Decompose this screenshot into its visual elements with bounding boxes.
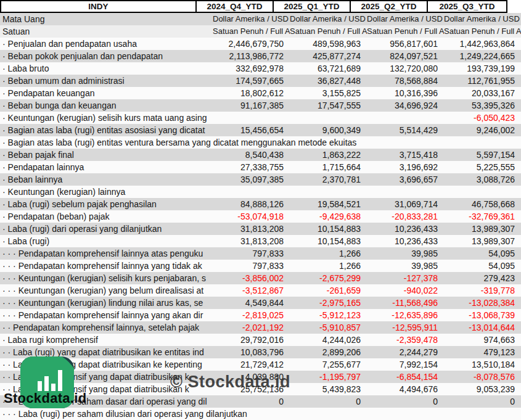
value-cell[interactable]: 5,597,154	[444, 149, 521, 161]
value-cell[interactable]: 193,739,199	[444, 62, 521, 75]
value-cell[interactable]: 4,244,026	[290, 334, 367, 346]
value-cell[interactable]: 13,510,184	[444, 358, 521, 371]
value-cell[interactable]: -13,028,384	[444, 297, 521, 309]
value-cell[interactable]: 0	[290, 395, 367, 408]
value-cell[interactable]: 10,154,883	[290, 235, 367, 247]
value-cell[interactable]: 63,721,689	[290, 62, 367, 75]
value-cell[interactable]: 1,715,664	[290, 161, 367, 173]
value-cell[interactable]: -2,975,165	[290, 297, 367, 309]
value-cell[interactable]: 39,985	[367, 260, 444, 272]
value-cell[interactable]: -940,022	[367, 284, 444, 297]
value-cell[interactable]	[478, 408, 521, 420]
value-cell[interactable]: 18,802,612	[213, 87, 290, 99]
value-cell[interactable]: -3,856,002	[213, 272, 290, 284]
value-cell[interactable]: -9,429,638	[290, 210, 367, 223]
row-label[interactable]: · Bagian atas laba (rugi) entitas asosia…	[0, 124, 213, 136]
value-cell[interactable]: 1,249,224,665	[444, 50, 521, 62]
row-label[interactable]: · Laba bruto	[0, 62, 213, 75]
value-cell[interactable]: -11,568,496	[367, 297, 444, 309]
meta-cell[interactable]: Satuan Penuh / Full A	[290, 25, 367, 38]
value-cell[interactable]: 91,167,385	[213, 99, 290, 112]
row-label[interactable]: · · · Laba (rugi) per saham dilusian dar…	[0, 408, 247, 420]
row-label[interactable]: · Laba (rugi) sebelum pajak penghasilan	[0, 198, 213, 210]
value-cell[interactable]: 35,097,385	[213, 173, 290, 186]
value-cell[interactable]: 31,069,714	[367, 198, 444, 210]
value-cell[interactable]: 10,083,796	[213, 346, 290, 358]
value-cell[interactable]: 797,833	[213, 260, 290, 272]
value-cell[interactable]: 479,123	[444, 346, 521, 358]
row-label[interactable]: · · · Keuntungan (kerugian) yang belum d…	[0, 284, 213, 297]
row-label[interactable]: · Keuntungan (kerugian) lainnya	[0, 186, 213, 198]
value-cell[interactable]: 2,244,279	[367, 346, 444, 358]
value-cell[interactable]: 31,813,208	[213, 235, 290, 247]
value-cell[interactable]: 3,155,825	[290, 87, 367, 99]
row-label[interactable]: · Beban pajak final	[0, 149, 213, 161]
value-cell[interactable]: 7,255,677	[290, 358, 367, 371]
value-cell[interactable]: 332,692,978	[213, 62, 290, 75]
value-cell[interactable]	[367, 186, 444, 198]
row-label[interactable]: · Laba rugi komprehensif	[0, 334, 213, 346]
value-cell[interactable]: 1,266	[290, 247, 367, 260]
value-cell[interactable]: 17,547,555	[290, 99, 367, 112]
value-cell[interactable]: 34,696,924	[367, 99, 444, 112]
value-cell[interactable]	[247, 408, 324, 420]
value-cell[interactable]: 13,989,307	[444, 235, 521, 247]
value-cell[interactable]	[324, 408, 401, 420]
value-cell[interactable]: 5,514,429	[367, 124, 444, 136]
row-label[interactable]: · Pendapatan (beban) pajak	[0, 210, 213, 223]
value-cell[interactable]: 78,568,884	[367, 75, 444, 87]
meta-cell[interactable]: Satuan Penuh / Full A	[367, 25, 444, 38]
value-cell[interactable]: 5,439,823	[290, 383, 367, 395]
value-cell[interactable]: -2,819,025	[213, 309, 290, 321]
meta-cell[interactable]: Dollar Amerika / USD	[213, 13, 290, 25]
value-cell[interactable]	[290, 186, 367, 198]
value-cell[interactable]: 46,758,668	[444, 198, 521, 210]
value-cell[interactable]: -20,833,281	[367, 210, 444, 223]
value-cell[interactable]: -12,635,896	[367, 309, 444, 321]
value-cell[interactable]: 489,598,963	[290, 38, 367, 50]
value-cell[interactable]: 0	[367, 395, 444, 408]
row-label[interactable]: · Beban lainnya	[0, 173, 213, 186]
row-label[interactable]: Mata Uang	[0, 13, 213, 25]
value-cell[interactable]: 974,663	[444, 334, 521, 346]
value-cell[interactable]: 10,236,433	[367, 235, 444, 247]
value-cell[interactable]: 53,395,326	[444, 99, 521, 112]
value-cell[interactable]	[213, 186, 290, 198]
value-cell[interactable]: -12,595,911	[367, 321, 444, 334]
value-cell[interactable]: 3,696,657	[367, 173, 444, 186]
value-cell[interactable]: -13,068,739	[444, 309, 521, 321]
value-cell[interactable]: 0	[213, 395, 290, 408]
meta-cell[interactable]: Satuan Penuh / Full A	[444, 25, 521, 38]
value-cell[interactable]: 1,266	[290, 260, 367, 272]
value-cell[interactable]	[401, 408, 478, 420]
value-cell[interactable]: 0	[444, 395, 521, 408]
ticker-header-cell[interactable]: INDY	[1, 1, 197, 12]
row-label[interactable]: · · · Keuntungan (kerugian) lindung nila…	[0, 297, 213, 309]
value-cell[interactable]: 4,549,844	[213, 297, 290, 309]
value-cell[interactable]	[367, 112, 444, 124]
value-cell[interactable]	[511, 136, 521, 149]
value-cell[interactable]	[290, 112, 367, 124]
value-cell[interactable]: 31,813,208	[213, 223, 290, 235]
row-label[interactable]: · · · Pendapatan komprehensif lainnya at…	[0, 247, 213, 260]
value-cell[interactable]: 21,729,412	[213, 358, 290, 371]
value-cell[interactable]: 1,442,963,864	[444, 38, 521, 50]
value-cell[interactable]: 20,033,167	[444, 87, 521, 99]
row-label[interactable]: · Beban umum dan administrasi	[0, 75, 213, 87]
value-cell[interactable]: -319,778	[444, 284, 521, 297]
value-cell[interactable]: 19,584,521	[290, 198, 367, 210]
row-label[interactable]: · · · Pendapatan komprehensif lainnya ya…	[0, 260, 213, 272]
value-cell[interactable]: 797,833	[213, 247, 290, 260]
value-cell[interactable]: -8,078,576	[444, 371, 521, 383]
value-cell[interactable]: 3,196,692	[367, 161, 444, 173]
value-cell[interactable]	[213, 112, 290, 124]
meta-cell[interactable]: Satuan Penuh / Full A	[213, 25, 290, 38]
row-label[interactable]: · · · Pendapatan komprehensif lainnya ya…	[0, 309, 213, 321]
value-cell[interactable]: 7,992,154	[367, 358, 444, 371]
value-cell[interactable]: 15,456,654	[213, 124, 290, 136]
value-cell[interactable]: -3,512,867	[213, 284, 290, 297]
value-cell[interactable]: 4,494,676	[367, 383, 444, 395]
row-label[interactable]: · Penjualan dan pendapatan usaha	[0, 38, 213, 50]
value-cell[interactable]: 10,236,433	[367, 223, 444, 235]
meta-cell[interactable]: Dollar Amerika / USD	[290, 13, 367, 25]
